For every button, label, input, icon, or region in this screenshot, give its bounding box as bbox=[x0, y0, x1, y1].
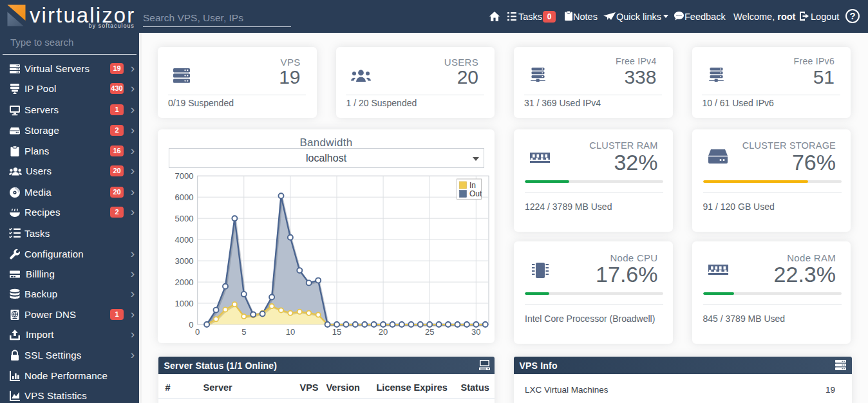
svg-text:5000: 5000 bbox=[175, 213, 194, 223]
svg-text:4000: 4000 bbox=[175, 234, 194, 244]
svg-text:20: 20 bbox=[379, 327, 388, 337]
svg-text:Out: Out bbox=[469, 189, 482, 198]
svg-text:6000: 6000 bbox=[175, 192, 194, 202]
svg-text:0: 0 bbox=[189, 319, 193, 329]
svg-text:3000: 3000 bbox=[175, 256, 194, 265]
svg-text:0: 0 bbox=[195, 327, 200, 337]
svg-text:25: 25 bbox=[425, 327, 434, 337]
svg-text:10: 10 bbox=[286, 327, 295, 337]
svg-text:5: 5 bbox=[241, 327, 246, 337]
svg-text:7000: 7000 bbox=[175, 171, 194, 180]
svg-text:15: 15 bbox=[332, 327, 341, 337]
svg-text:30: 30 bbox=[471, 327, 480, 337]
svg-text:2000: 2000 bbox=[175, 277, 194, 286]
svg-text:In: In bbox=[469, 180, 476, 189]
svg-text:1000: 1000 bbox=[175, 298, 194, 308]
